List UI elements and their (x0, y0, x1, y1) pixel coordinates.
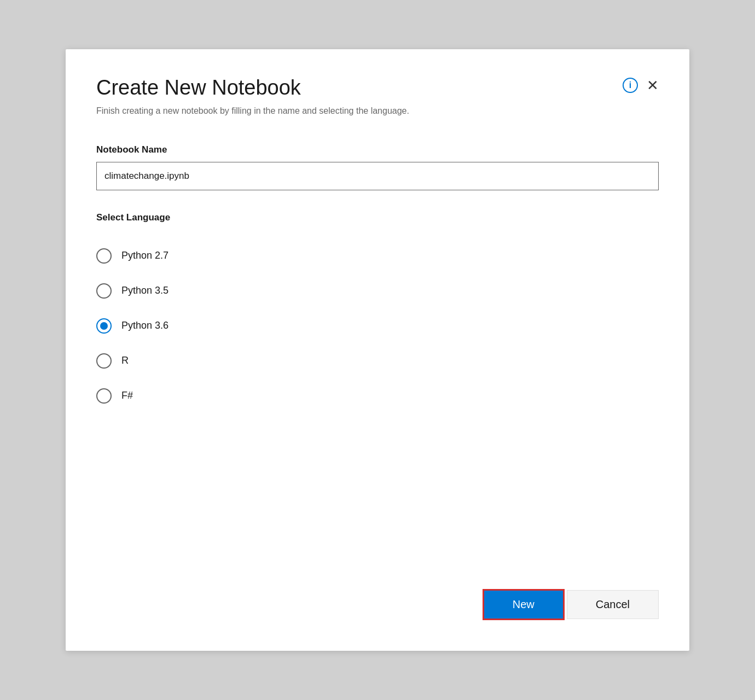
dialog-header-icons: i ✕ (623, 78, 659, 93)
radio-item-python27[interactable]: Python 2.7 (96, 238, 659, 273)
radio-label-fsharp: F# (121, 390, 133, 401)
new-button[interactable]: New (483, 589, 565, 620)
form-section: Notebook Name Select Language Python 2.7… (96, 144, 659, 552)
radio-dot-python36 (100, 322, 108, 330)
dialog-title-group: Create New Notebook Finish creating a ne… (96, 75, 409, 116)
dialog-header: Create New Notebook Finish creating a ne… (96, 75, 659, 116)
radio-label-python27: Python 2.7 (121, 250, 169, 261)
radio-label-r: R (121, 355, 129, 366)
radio-circle-python27 (96, 248, 112, 264)
cancel-button[interactable]: Cancel (567, 590, 659, 619)
dialog-subtitle: Finish creating a new notebook by fillin… (96, 106, 409, 116)
dialog-title: Create New Notebook (96, 75, 409, 101)
radio-circle-python35 (96, 283, 112, 299)
radio-circle-r (96, 353, 112, 369)
create-notebook-dialog: Create New Notebook Finish creating a ne… (66, 49, 689, 651)
radio-circle-fsharp (96, 388, 112, 404)
radio-circle-python36 (96, 318, 112, 334)
select-language-label: Select Language (96, 212, 659, 223)
info-icon[interactable]: i (623, 78, 638, 93)
radio-label-python35: Python 3.5 (121, 285, 169, 296)
radio-item-python35[interactable]: Python 3.5 (96, 273, 659, 308)
close-icon[interactable]: ✕ (647, 78, 659, 92)
radio-item-fsharp[interactable]: F# (96, 378, 659, 413)
notebook-name-label: Notebook Name (96, 144, 659, 155)
radio-item-r[interactable]: R (96, 343, 659, 378)
dialog-footer: New Cancel (96, 578, 659, 620)
dialog-overlay: Create New Notebook Finish creating a ne… (0, 0, 755, 700)
radio-item-python36[interactable]: Python 3.6 (96, 308, 659, 343)
language-radio-group: Python 2.7 Python 3.5 Python 3.6 (96, 238, 659, 413)
radio-label-python36: Python 3.6 (121, 320, 169, 331)
notebook-name-input[interactable] (96, 162, 659, 190)
